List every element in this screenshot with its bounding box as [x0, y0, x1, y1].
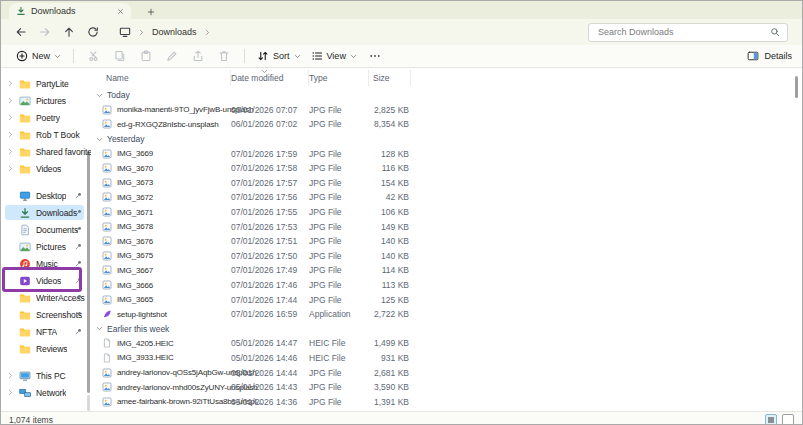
copy-button[interactable] — [107, 46, 133, 66]
sidebar-item-partylite[interactable]: PartyLite — [1, 75, 91, 92]
group-header-today[interactable]: Today — [95, 88, 802, 103]
cut-button[interactable] — [81, 46, 107, 66]
table-row[interactable]: IMG_367507/01/2026 17:50JPG File140 KB — [95, 249, 802, 264]
file-name-cell: setup-lightshot — [95, 309, 231, 319]
sidebar-item-poetry[interactable]: Poetry — [1, 109, 91, 126]
view-button[interactable]: View — [306, 46, 362, 66]
rename-button[interactable] — [159, 46, 185, 66]
folder-icon — [19, 309, 31, 321]
sidebar-item-nfta[interactable]: NFTA — [1, 323, 91, 340]
table-row[interactable]: setup-lightshot07/01/2026 16:59Applicati… — [95, 307, 802, 322]
group-header-earlier-this-week[interactable]: Earlier this week — [95, 322, 802, 337]
expander[interactable] — [7, 148, 19, 155]
table-row[interactable]: andrey-larionov-qOSs5jAqbGw-unsplash05/0… — [95, 365, 802, 380]
table-row[interactable]: ed-g-RXGQZ8nIsbc-unsplash06/01/2026 07:0… — [95, 117, 802, 132]
sidebar-item-music[interactable]: Music — [1, 255, 91, 272]
expander[interactable] — [7, 372, 19, 379]
sidebar-item-desktop[interactable]: Desktop — [1, 187, 91, 204]
table-row[interactable]: IMG_367107/01/2026 17:55JPG File106 KB — [95, 205, 802, 220]
sidebar-item-rob-t-book[interactable]: Rob T Book — [1, 126, 91, 143]
file-type: JPG File — [309, 368, 369, 378]
back-button[interactable] — [9, 21, 33, 43]
search-input[interactable] — [596, 26, 770, 38]
file-name-cell: IMG_3666 — [95, 280, 231, 290]
computer-icon[interactable] — [119, 26, 131, 38]
tab-downloads[interactable]: Downloads — [9, 3, 131, 19]
table-row[interactable]: IMG_366907/01/2026 17:59JPG File128 KB — [95, 146, 802, 161]
expander[interactable] — [7, 131, 19, 138]
share-button[interactable] — [185, 46, 211, 66]
file-type: JPG File — [309, 397, 369, 407]
expander[interactable] — [7, 389, 19, 396]
paste-button[interactable] — [133, 46, 159, 66]
refresh-button[interactable] — [81, 21, 105, 43]
file-list-scrollbar[interactable] — [795, 76, 798, 98]
jpg-file-icon — [102, 192, 112, 202]
group-header-yesterday[interactable]: Yesterday — [95, 132, 802, 147]
file-type: JPG File — [309, 119, 369, 129]
table-row[interactable]: IMG_4205.HEIC05/01/2026 14:47HEIC File1,… — [95, 336, 802, 351]
sidebar-item-label: Music — [36, 259, 58, 269]
expander[interactable] — [7, 165, 19, 172]
sidebar-item-downloads[interactable]: Downloads — [1, 204, 91, 221]
table-row[interactable]: andrey-larionov-mhd00sZyUNY-unsplash05/0… — [95, 380, 802, 395]
table-row[interactable]: IMG_367007/01/2026 17:58JPG File116 KB — [95, 161, 802, 176]
table-row[interactable]: IMG_366707/01/2026 17:49JPG File114 KB — [95, 263, 802, 278]
expander[interactable] — [7, 80, 19, 87]
close-tab-icon[interactable] — [117, 8, 124, 15]
table-row[interactable]: amee-fairbank-brown-92iTtUsa8bs-unspl...… — [95, 394, 802, 409]
table-row[interactable]: IMG_3933.HEIC05/01/2026 14:46HEIC File93… — [95, 351, 802, 366]
up-button[interactable] — [57, 21, 81, 43]
table-row[interactable]: IMG_366507/01/2026 17:44JPG File125 KB — [95, 292, 802, 307]
search-box[interactable] — [588, 23, 788, 42]
file-name: IMG_3675 — [117, 251, 153, 260]
pc-icon — [19, 370, 31, 382]
file-type: HEIC File — [309, 353, 369, 363]
sidebar-item-shared-favorite[interactable]: Shared favorite — [1, 143, 91, 160]
jpg-file-icon — [102, 119, 112, 129]
table-row[interactable]: IMG_367807/01/2026 17:53JPG File149 KB — [95, 219, 802, 234]
sidebar-item-pictures[interactable]: Pictures — [1, 238, 91, 255]
sidebar-item-reviews[interactable]: Reviews — [1, 340, 91, 357]
file-date: 07/01/2026 17:58 — [231, 163, 309, 173]
sidebar-item-writeraccess[interactable]: WriterAccess — [1, 289, 91, 306]
file-name-cell: IMG_3675 — [95, 251, 231, 261]
table-row[interactable]: monika-manenti-9TO_jyvFjwB-unsplash06/01… — [95, 103, 802, 118]
sidebar-item-documents[interactable]: Documents — [1, 221, 91, 238]
sidebar-scrollbar[interactable] — [87, 151, 90, 393]
sidebar-item-this-pc[interactable]: This PC — [1, 367, 91, 384]
sidebar-item-pictures[interactable]: Pictures — [1, 92, 91, 109]
table-row[interactable]: IMG_367307/01/2026 17:57JPG File154 KB — [95, 176, 802, 191]
column-header-name[interactable]: Name — [95, 70, 231, 86]
thumbnail-view-icon — [785, 417, 791, 423]
file-type: JPG File — [309, 236, 369, 246]
sidebar-item-videos[interactable]: Videos — [1, 272, 91, 289]
forward-button[interactable] — [33, 21, 57, 43]
new-button[interactable]: New — [11, 46, 66, 66]
pin-icon — [75, 294, 82, 301]
ellipsis-icon — [369, 50, 381, 62]
thumbnail-view-toggle[interactable] — [782, 414, 794, 425]
column-header-date-modified[interactable]: Date modified — [231, 70, 309, 86]
sort-button[interactable]: Sort — [252, 46, 306, 66]
jpg-file-icon — [102, 368, 112, 378]
folder-icon — [19, 146, 31, 158]
expander[interactable] — [7, 97, 19, 104]
folder-icon — [19, 326, 31, 338]
more-options-button[interactable] — [362, 46, 388, 66]
sidebar-item-videos[interactable]: Videos — [1, 160, 91, 177]
column-header-type[interactable]: Type — [309, 70, 369, 86]
table-row[interactable]: IMG_367607/01/2026 17:51JPG File140 KB — [95, 234, 802, 249]
table-row[interactable]: IMG_367207/01/2026 17:56JPG File42 KB — [95, 190, 802, 205]
sidebar-item-network[interactable]: Network — [1, 384, 91, 401]
chevron-right-icon[interactable] — [204, 29, 211, 36]
table-row[interactable]: IMG_366607/01/2026 17:46JPG File113 KB — [95, 278, 802, 293]
column-header-size[interactable]: Size — [369, 70, 411, 86]
details-view-toggle[interactable] — [765, 414, 777, 425]
breadcrumb-item-downloads[interactable]: Downloads — [152, 27, 197, 37]
delete-button[interactable] — [211, 46, 237, 66]
new-tab-icon[interactable] — [147, 8, 155, 16]
details-pane-button[interactable]: Details — [747, 50, 792, 62]
expander[interactable] — [7, 114, 19, 121]
sidebar-item-screenshots[interactable]: Screenshots — [1, 306, 91, 323]
